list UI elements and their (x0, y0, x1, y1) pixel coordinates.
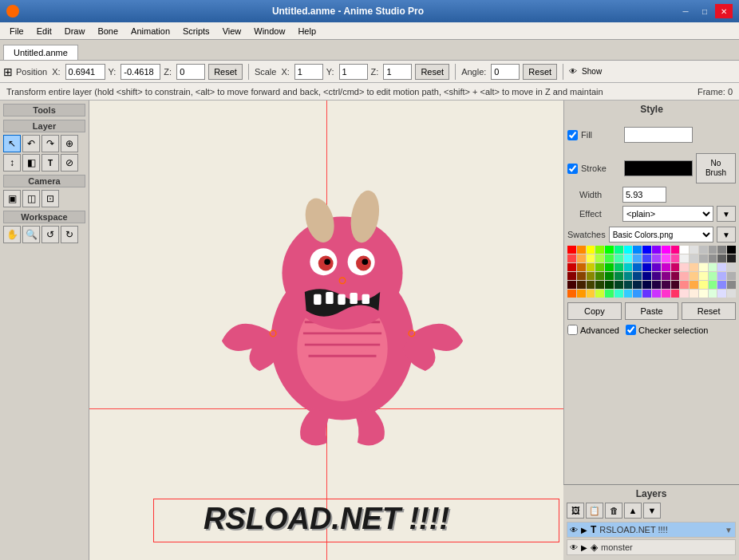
color-cell[interactable] (615, 272, 623, 280)
color-cell[interactable] (709, 281, 717, 289)
tab-untitled[interactable]: Untitled.anme (3, 45, 78, 60)
stroke-color-swatch[interactable] (624, 160, 693, 176)
color-cell[interactable] (605, 246, 614, 254)
color-cell[interactable] (717, 272, 726, 280)
layer-new-button[interactable]: 🖼 (567, 503, 584, 519)
color-cell[interactable] (671, 263, 680, 271)
color-cell[interactable] (717, 290, 726, 298)
color-cell[interactable] (662, 272, 670, 280)
color-cell[interactable] (567, 263, 576, 271)
color-cell[interactable] (652, 281, 661, 289)
color-cell[interactable] (624, 290, 633, 298)
window-controls[interactable]: ─ □ ✕ (677, 4, 733, 18)
color-cell[interactable] (595, 290, 604, 298)
color-cell[interactable] (717, 254, 726, 262)
color-cell[interactable] (727, 290, 736, 298)
no-brush-button2[interactable]: No Brush (696, 153, 736, 183)
color-cell[interactable] (727, 272, 736, 280)
color-cell[interactable] (709, 246, 717, 254)
advanced-checkbox[interactable] (567, 325, 578, 335)
color-cell[interactable] (717, 246, 726, 254)
color-cell[interactable] (671, 254, 680, 262)
rotate-tool[interactable]: ↶ (22, 135, 40, 152)
paste-button[interactable]: Paste (625, 302, 679, 320)
color-cell[interactable] (587, 263, 595, 271)
color-cell[interactable] (587, 272, 595, 280)
color-cell[interactable] (633, 290, 642, 298)
color-cell[interactable] (577, 246, 586, 254)
color-cell[interactable] (699, 254, 708, 262)
color-cell[interactable] (709, 272, 717, 280)
color-cell[interactable] (615, 281, 623, 289)
menu-edit[interactable]: Edit (30, 25, 58, 37)
color-cell[interactable] (633, 272, 642, 280)
layer-expand-icon[interactable]: ▼ (725, 526, 733, 534)
show-label[interactable]: Show (582, 67, 602, 76)
color-cell[interactable] (642, 254, 651, 262)
reset1-button[interactable]: Reset (208, 64, 243, 80)
color-cell[interactable] (642, 281, 651, 289)
color-cell[interactable] (577, 281, 586, 289)
menu-file[interactable]: File (3, 25, 30, 37)
color-cell[interactable] (642, 290, 651, 298)
undo-ws-tool[interactable]: ↺ (41, 226, 59, 243)
color-cell[interactable] (605, 281, 614, 289)
color-cell[interactable] (717, 281, 726, 289)
select-tool[interactable]: ↖ (3, 135, 21, 152)
swatches-select[interactable]: Basic Colors.png (609, 227, 713, 243)
color-cell[interactable] (595, 272, 604, 280)
z-input[interactable] (176, 64, 205, 80)
color-cell[interactable] (605, 290, 614, 298)
color-cell[interactable] (727, 246, 736, 254)
color-cell[interactable] (671, 281, 680, 289)
color-cell[interactable] (680, 281, 689, 289)
menu-bone[interactable]: Bone (91, 25, 124, 37)
add-point-tool[interactable]: ⊕ (61, 135, 78, 152)
move-tool[interactable]: ↕ (3, 154, 21, 172)
menu-help[interactable]: Help (291, 25, 322, 37)
swatches-options-button[interactable]: ▼ (717, 227, 736, 243)
width-input[interactable] (622, 187, 666, 203)
color-cell[interactable] (652, 254, 661, 262)
color-cell[interactable] (577, 272, 586, 280)
reset3-button[interactable]: Reset (523, 64, 557, 80)
y-input[interactable] (121, 64, 160, 80)
x-input[interactable] (65, 64, 105, 80)
show-icon[interactable]: 👁 (569, 67, 577, 76)
color-cell[interactable] (567, 272, 576, 280)
fill-checkbox[interactable] (567, 130, 578, 140)
text-tool[interactable]: T (41, 154, 59, 172)
color-cell[interactable] (690, 254, 698, 262)
color-cell[interactable] (680, 272, 689, 280)
color-cell[interactable] (567, 281, 576, 289)
color-cell[interactable] (587, 246, 595, 254)
scale-y-input[interactable] (339, 64, 368, 80)
layer-up-button[interactable]: ▲ (624, 503, 642, 519)
angle-input[interactable] (491, 64, 520, 80)
color-cell[interactable] (567, 254, 576, 262)
menu-draw[interactable]: Draw (58, 25, 92, 37)
color-cell[interactable] (642, 263, 651, 271)
reset2-button[interactable]: Reset (415, 64, 449, 80)
color-cell[interactable] (690, 272, 698, 280)
color-cell[interactable] (633, 263, 642, 271)
color-cell[interactable] (690, 263, 698, 271)
color-cell[interactable] (587, 290, 595, 298)
color-cell[interactable] (642, 272, 651, 280)
layer-delete-button[interactable]: 🗑 (605, 503, 622, 519)
checker-checkbox[interactable] (626, 325, 636, 335)
color-cell[interactable] (567, 246, 576, 254)
color-cell[interactable] (595, 254, 604, 262)
color-cell[interactable] (624, 246, 633, 254)
color-cell[interactable] (709, 263, 717, 271)
color-cell[interactable] (699, 281, 708, 289)
color-cell[interactable] (671, 246, 680, 254)
camera-btn2[interactable]: ◫ (22, 190, 40, 207)
color-cell[interactable] (662, 281, 670, 289)
color-cell[interactable] (577, 254, 586, 262)
color-cell[interactable] (595, 263, 604, 271)
color-cell[interactable] (699, 290, 708, 298)
minimize-button[interactable]: ─ (677, 4, 694, 18)
menu-view[interactable]: View (216, 25, 248, 37)
redo-ws-tool[interactable]: ↻ (61, 226, 78, 243)
